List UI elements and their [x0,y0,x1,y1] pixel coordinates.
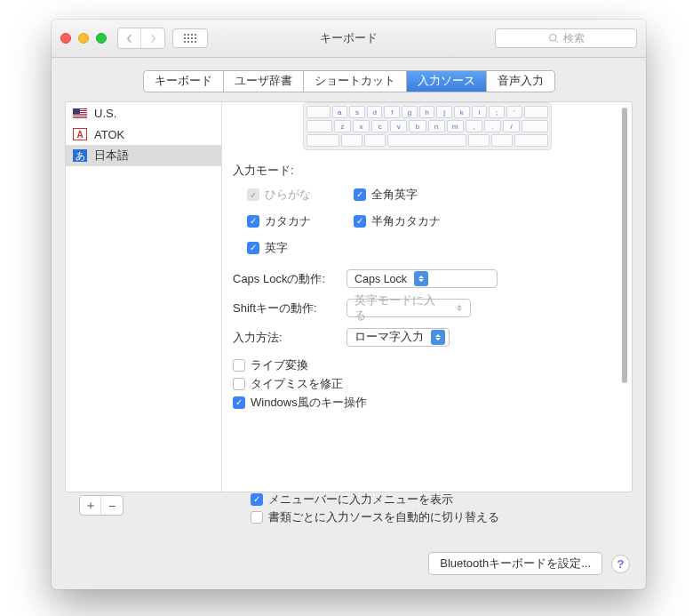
nav-back-button[interactable] [118,28,141,48]
scrollbar[interactable] [620,108,629,486]
sidebar-item-0[interactable]: U.S. [66,102,221,124]
help-button[interactable]: ? [611,555,630,573]
atok-icon: A [73,128,87,140]
input-mode-option-4[interactable]: 英字 [247,240,354,256]
nav-forward-button[interactable] [141,28,164,48]
checkbox-icon [354,215,366,228]
bottom-option-0[interactable]: メニューバーに入力メニューを表示 [251,492,499,508]
hiragana-icon: あ [73,149,87,162]
input-mode-label: 入力モード: [233,163,621,179]
option-2[interactable]: Windows風のキー操作 [233,395,621,411]
checkbox-icon [354,188,366,201]
tab-2[interactable]: ショートカット [304,71,407,92]
minimize-window-button[interactable] [78,33,89,44]
tabs: キーボードユーザ辞書ショートカット入力ソース音声入力 [143,70,555,92]
caps-lock-row: Caps Lockの動作: Caps Lock [233,269,621,288]
bottom-option-1[interactable]: 書類ごとに入力ソースを自動的に切り替える [251,509,499,525]
shift-key-select[interactable]: 英字モードに入る [346,299,471,317]
sidebar-item-label: ATOK [94,128,124,141]
flag-us-icon [73,108,87,118]
search-field[interactable]: 検索 [495,28,637,48]
caps-lock-label: Caps Lockの動作: [233,271,339,287]
checkbox-icon [247,188,259,201]
remove-button[interactable]: − [101,496,123,515]
body: U.S.AATOKあ日本語 asdfghjkl;' zxcvbnm,./ 入力モ… [52,101,646,506]
svg-line-1 [555,40,558,43]
checkbox-icon [233,396,245,409]
show-all-button[interactable] [172,28,208,48]
input-method-select[interactable]: ローマ字入力 [346,328,450,347]
shift-key-label: Shiftキーの動作: [233,300,339,316]
bottom-options: メニューバーに入力メニューを表示書類ごとに入力ソースを自動的に切り替える [251,490,499,527]
sidebar-item-2[interactable]: あ日本語 [66,145,221,166]
titlebar: キーボード 検索 [52,20,646,58]
input-method-label: 入力方法: [233,330,339,346]
chevron-updown-icon [452,300,466,316]
input-mode-grid: ひらがな全角英字カタカナ半角カタカナ英字 [247,184,621,259]
footer: Bluetoothキーボードを設定... ? [428,552,630,575]
input-method-row: 入力方法: ローマ字入力 [233,328,621,347]
checkbox-icon [247,215,259,228]
input-mode-option-0: ひらがな [247,187,354,203]
preferences-window: キーボード 検索 キーボードユーザ辞書ショートカット入力ソース音声入力 U.S.… [52,20,646,589]
option-0[interactable]: ライブ変換 [233,357,621,373]
svg-point-0 [549,35,556,42]
close-window-button[interactable] [60,33,71,44]
keyboard-preview: asdfghjkl;' zxcvbnm,./ [303,102,552,150]
input-mode-option-2[interactable]: カタカナ [247,213,354,229]
add-remove: ＋ − [79,495,123,516]
tab-1[interactable]: ユーザ辞書 [224,71,304,92]
traffic-lights [60,33,107,44]
sidebar: U.S.AATOKあ日本語 [66,102,222,492]
option-1[interactable]: タイプミスを修正 [233,376,621,392]
options: ライブ変換タイプミスを修正Windows風のキー操作 [233,357,621,411]
detail-pane: asdfghjkl;' zxcvbnm,./ 入力モード: ひらがな全角英字カタ… [222,102,632,492]
sidebar-item-1[interactable]: AATOK [66,124,221,145]
chevron-updown-icon [414,271,428,286]
sidebar-item-label: 日本語 [94,148,129,164]
sidebar-item-label: U.S. [94,107,116,120]
checkbox-icon [251,493,263,506]
tab-0[interactable]: キーボード [144,71,224,92]
chevron-updown-icon [431,330,445,345]
bluetooth-button[interactable]: Bluetoothキーボードを設定... [428,552,602,575]
tab-4[interactable]: 音声入力 [487,71,554,92]
nav-back-forward [117,28,165,49]
checkbox-icon [251,511,263,524]
search-icon [548,33,559,44]
input-mode-option-1[interactable]: 全角英字 [354,187,478,203]
caps-lock-select[interactable]: Caps Lock [346,269,498,288]
checkbox-icon [233,378,245,390]
add-button[interactable]: ＋ [80,496,101,515]
zoom-window-button[interactable] [96,33,107,44]
tabs-container: キーボードユーザ辞書ショートカット入力ソース音声入力 [52,58,646,101]
grid-icon [184,34,196,43]
search-placeholder: 検索 [563,31,585,46]
scrollbar-thumb[interactable] [622,108,627,383]
shift-key-row: Shiftキーの動作: 英字モードに入る [233,299,621,317]
main-panel: U.S.AATOKあ日本語 asdfghjkl;' zxcvbnm,./ 入力モ… [65,101,633,492]
checkbox-icon [247,242,259,254]
input-mode-option-3[interactable]: 半角カタカナ [354,213,478,229]
tab-3[interactable]: 入力ソース [407,71,487,92]
checkbox-icon [233,359,245,372]
